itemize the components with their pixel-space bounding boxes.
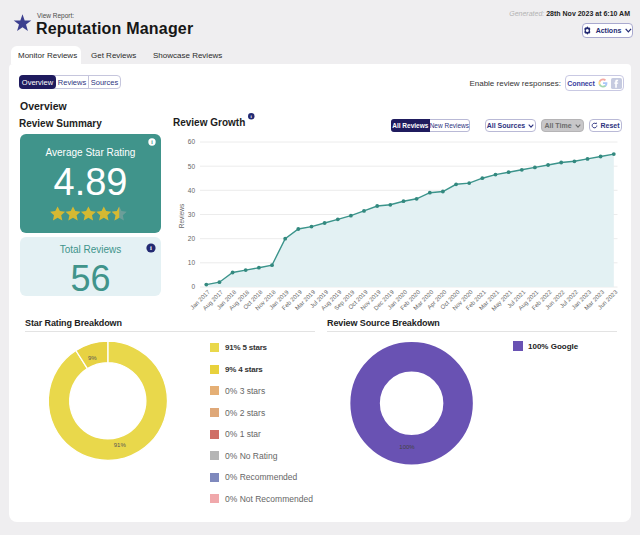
svg-text:0: 0 (191, 283, 195, 290)
svg-text:91%: 91% (114, 442, 127, 448)
svg-text:30: 30 (188, 211, 196, 218)
svg-text:40: 40 (188, 187, 196, 194)
svg-text:50: 50 (188, 163, 196, 170)
svg-text:Reviews: Reviews (178, 203, 185, 228)
svg-text:9%: 9% (88, 355, 97, 361)
svg-text:60: 60 (188, 138, 196, 145)
svg-text:20: 20 (188, 235, 196, 242)
svg-text:100%: 100% (399, 444, 415, 450)
svg-text:10: 10 (188, 259, 196, 266)
